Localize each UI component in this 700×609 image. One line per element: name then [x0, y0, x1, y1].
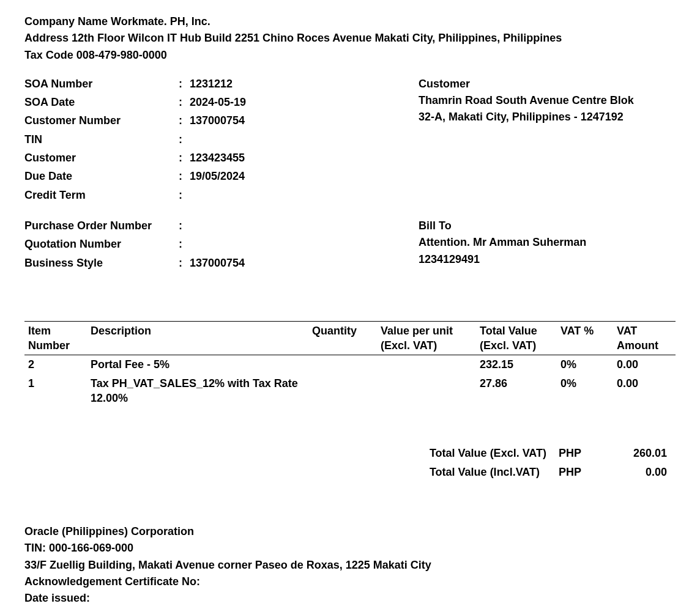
footer-block: Oracle (Philippines) Corporation TIN: 00…: [24, 524, 676, 609]
total-incl-value: 0.00: [590, 463, 676, 481]
total-excl-value: 260.01: [590, 444, 676, 462]
footer-company: Oracle (Philippines) Corporation: [24, 524, 676, 539]
customer-number-value: 137000754: [190, 111, 246, 130]
customer-title: Customer: [419, 76, 676, 91]
customer-number-label: Customer Number: [24, 111, 171, 130]
credit-term-value: [190, 186, 246, 204]
total-excl-label: Total Value (Excl. VAT): [426, 444, 555, 462]
credit-term-label: Credit Term: [24, 186, 171, 204]
line-items-table: Item Number Description Quantity Value p…: [24, 322, 676, 407]
col-vat-pct: VAT %: [557, 322, 613, 355]
qn-label: Quotation Number: [24, 235, 171, 253]
bs-label: Business Style: [24, 254, 171, 272]
total-incl-currency: PHP: [555, 463, 590, 481]
customer-block: Customer Thamrin Road South Avenue Centr…: [419, 75, 676, 204]
footer-ack: Acknowledgement Certificate No:: [24, 574, 676, 589]
col-unit-value: Value per unit (Excl. VAT): [377, 322, 476, 355]
company-address: Address 12th Floor Wilcon IT Hub Build 2…: [24, 31, 676, 45]
table-row: 2 Portal Fee - 5% 232.15 0% 0.00: [24, 355, 676, 374]
col-item-number: Item Number: [24, 322, 87, 355]
soa-date-value: 2024-05-19: [190, 93, 246, 111]
order-details-table: Purchase Order Number: Quotation Number:…: [24, 216, 245, 272]
footer-address: 33/F Zuellig Building, Makati Avenue cor…: [24, 558, 676, 572]
customer-address-line1: Thamrin Road South Avenue Centre Blok: [419, 93, 676, 108]
col-vat-amount: VAT Amount: [613, 322, 676, 355]
qn-value: [190, 235, 245, 253]
bs-value: 137000754: [190, 254, 245, 272]
soa-date-label: SOA Date: [24, 93, 171, 111]
customer-label: Customer: [24, 149, 171, 167]
totals-block: Total Value (Excl. VAT) PHP 260.01 Total…: [24, 444, 676, 481]
footer-date-issued: Date issued:: [24, 591, 676, 605]
soa-details-table: SOA Number:1231212 SOA Date:2024-05-19 C…: [24, 75, 246, 204]
col-total-value: Total Value (Excl. VAT): [476, 322, 557, 355]
po-label: Purchase Order Number: [24, 216, 171, 235]
col-description: Description: [87, 322, 308, 355]
table-row: 1 Tax PH_VAT_SALES_12% with Tax Rate 12.…: [24, 374, 676, 408]
total-incl-label: Total Value (Incl.VAT): [426, 463, 555, 481]
customer-address-line2: 32-A, Makati City, Philippines - 1247192: [419, 109, 676, 124]
bill-to-number: 1234129491: [419, 252, 676, 267]
footer-tin: TIN: 000-166-069-000: [24, 541, 676, 555]
tin-label: TIN: [24, 130, 171, 149]
company-name: Company Name Workmate. PH, Inc.: [24, 14, 676, 29]
soa-number-label: SOA Number: [24, 75, 171, 93]
tin-value: [190, 130, 246, 149]
bill-to-attention: Attention. Mr Amman Suherman: [419, 235, 676, 249]
bill-to-block: Bill To Attention. Mr Amman Suherman 123…: [419, 216, 676, 272]
po-value: [190, 216, 245, 235]
due-date-label: Due Date: [24, 167, 171, 185]
company-taxcode: Tax Code 008-479-980-0000: [24, 48, 676, 62]
due-date-value: 19/05/2024: [190, 167, 246, 185]
col-quantity: Quantity: [308, 322, 377, 355]
customer-value: 123423455: [190, 149, 246, 167]
soa-number-value: 1231212: [190, 75, 246, 93]
total-excl-currency: PHP: [555, 444, 590, 462]
bill-to-title: Bill To: [419, 218, 676, 233]
